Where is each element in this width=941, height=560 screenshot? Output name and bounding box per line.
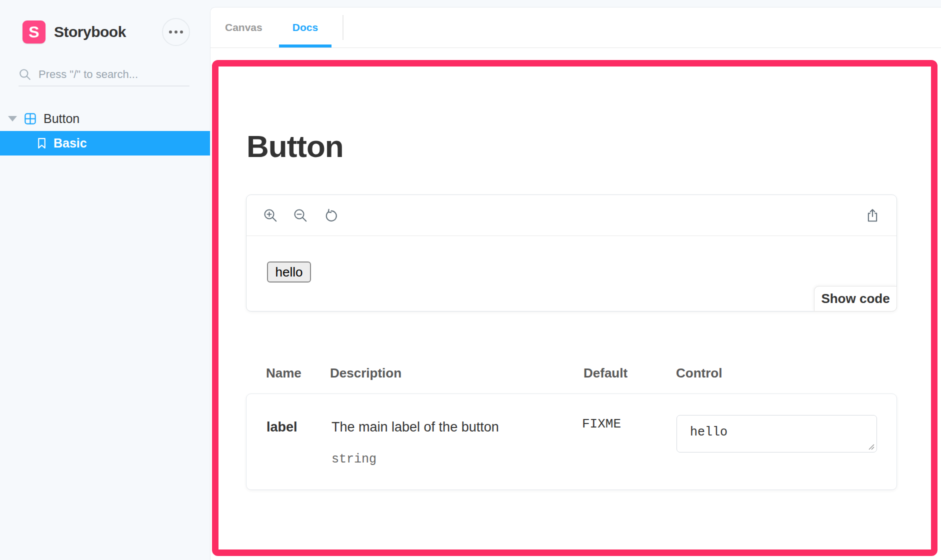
story-hello-button[interactable]: hello <box>267 262 311 282</box>
sidebar-tree: Button Basic <box>0 106 210 156</box>
share-icon[interactable] <box>865 208 880 223</box>
tabbar-divider <box>342 15 344 40</box>
sidebar-menu-button[interactable] <box>162 18 190 46</box>
main-panel: Canvas Docs Button <box>210 7 941 560</box>
column-header-control: Control <box>676 366 722 381</box>
arg-type: string <box>332 452 376 466</box>
brand: S Storybook <box>22 19 126 45</box>
preview-canvas: hello <box>246 236 896 311</box>
arg-description: The main label of the button <box>332 420 499 435</box>
page-title: Button <box>246 128 344 164</box>
chevron-down-icon[interactable] <box>8 116 17 122</box>
sidebar-item-label: Button <box>44 112 80 126</box>
sidebar: S Storybook Button Basic <box>0 0 210 560</box>
arg-name: label <box>266 420 298 435</box>
preview-toolbar <box>246 195 896 236</box>
zoom-out-icon[interactable] <box>293 208 308 223</box>
zoom-in-icon[interactable] <box>263 208 278 223</box>
storybook-logo-icon: S <box>22 20 46 44</box>
tab-canvas[interactable]: Canvas <box>216 8 271 48</box>
bookmark-icon <box>36 137 48 150</box>
tab-bar: Canvas Docs <box>210 8 941 48</box>
tab-docs[interactable]: Docs <box>284 8 326 48</box>
search-field[interactable] <box>18 64 190 86</box>
label-control-textarea[interactable]: hello <box>676 415 877 452</box>
sidebar-item-label: Basic <box>54 136 87 150</box>
args-table-header: Name Description Default Control <box>210 366 941 382</box>
arg-default: FIXME <box>582 416 621 432</box>
component-grid-icon <box>24 112 37 126</box>
table-row: label The main label of the button strin… <box>246 394 897 490</box>
show-code-button[interactable]: Show code <box>814 286 897 312</box>
column-header-default: Default <box>584 366 628 381</box>
story-preview-panel: hello Show code <box>246 194 897 312</box>
ellipsis-icon <box>169 30 172 34</box>
arg-control: hello <box>676 415 877 452</box>
ellipsis-icon <box>180 30 183 34</box>
column-header-description: Description <box>330 366 402 381</box>
column-header-name: Name <box>266 366 302 381</box>
zoom-reset-icon[interactable] <box>323 208 338 223</box>
brand-title: Storybook <box>54 24 126 40</box>
search-input[interactable] <box>38 68 178 81</box>
ellipsis-icon <box>174 30 178 34</box>
sidebar-item-button-group[interactable]: Button <box>0 106 210 131</box>
sidebar-item-basic-story[interactable]: Basic <box>0 131 210 156</box>
search-icon <box>18 68 32 81</box>
